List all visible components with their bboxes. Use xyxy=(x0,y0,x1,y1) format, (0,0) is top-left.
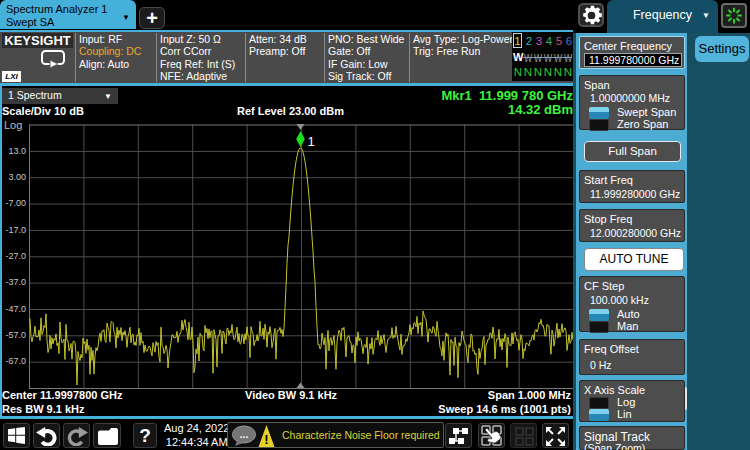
svg-text:...: ... xyxy=(240,428,249,439)
svg-text:!: ! xyxy=(264,432,268,447)
svg-text:1: 1 xyxy=(308,134,315,149)
